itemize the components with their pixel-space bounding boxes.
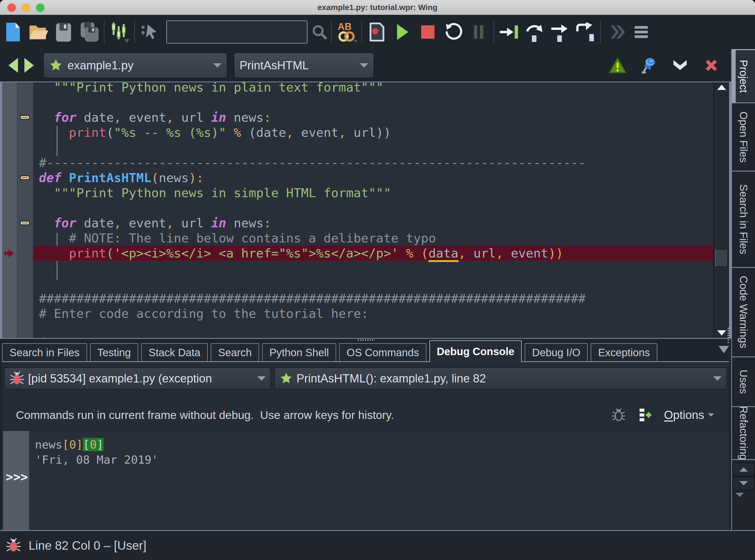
rail-tab-uses[interactable]: Uses — [732, 357, 755, 407]
tab-search-in-files[interactable]: Search in Files — [2, 343, 87, 361]
step-out-icon — [549, 22, 571, 42]
step-into-button[interactable] — [496, 19, 522, 45]
toolbar-search-input[interactable] — [166, 20, 307, 44]
tab-os-commands[interactable]: OS Commands — [339, 343, 426, 361]
code-line[interactable] — [33, 140, 713, 155]
search-button[interactable] — [310, 19, 329, 45]
status-bug-icon[interactable] — [6, 538, 21, 553]
horizontal-splitter[interactable] — [0, 339, 731, 341]
code-warning-button[interactable] — [608, 56, 627, 75]
editor-vertical-scrollbar[interactable] — [713, 82, 729, 338]
navigate-back-button[interactable] — [5, 54, 21, 77]
tab-stack-data[interactable]: Stack Data — [141, 343, 208, 361]
rail-tab-open-files[interactable]: Open Files — [732, 103, 755, 172]
tab-python-shell[interactable]: Python Shell — [262, 343, 336, 361]
tab-debug-i-o[interactable]: Debug I/O — [525, 343, 588, 361]
code-line[interactable]: """Print Python news in simple HTML form… — [33, 185, 713, 200]
rail-tab-refactoring[interactable]: Refactoring — [732, 407, 755, 460]
code-lines: """Print Python news in plain text forma… — [33, 82, 713, 338]
debug-toggle-icon[interactable] — [612, 408, 626, 422]
open-file-button[interactable] — [25, 19, 51, 45]
code-line[interactable]: """Print Python news in plain text forma… — [33, 82, 713, 95]
code-line[interactable]: # Enter code according to the tutorial h… — [33, 306, 713, 321]
debug-console-output[interactable]: >>> news[0][0]'Fri, 08 Mar 2019' — [2, 430, 729, 530]
rail-tab-search-in-files[interactable]: Search in Files — [732, 172, 755, 268]
rail-tab-code-warnings[interactable]: Code Warnings — [732, 268, 755, 357]
scrollbar-thumb[interactable] — [715, 249, 728, 267]
debug-restart-button[interactable] — [440, 19, 466, 45]
rail-overflow-button[interactable] — [730, 493, 749, 497]
fold-margin[interactable] — [17, 82, 33, 338]
forward-icon — [23, 57, 35, 74]
fold-collapse-icon[interactable] — [20, 221, 30, 225]
compare-files-button[interactable] — [107, 19, 132, 45]
code-line[interactable] — [33, 261, 713, 276]
new-file-button[interactable] — [0, 19, 25, 45]
toolbar-separator — [494, 21, 494, 43]
rail-scroll-down-button[interactable] — [733, 476, 755, 490]
bookmark-pin-button[interactable] — [640, 56, 658, 75]
console-message-row: Commands run in current frame without de… — [2, 402, 729, 428]
options-menu[interactable]: Options — [664, 408, 714, 422]
symbol-selector-dropdown[interactable]: PrintAsHTML — [234, 52, 374, 79]
replace-button[interactable]: AB — [334, 19, 359, 45]
new-file-icon — [4, 22, 21, 42]
debug-process-label: [pid 53534] example1.py (exception — [28, 372, 253, 385]
add-to-history-icon[interactable] — [637, 407, 652, 422]
code-line[interactable]: for date, event, url in news: — [33, 216, 713, 231]
code-line[interactable]: ########################################… — [33, 291, 713, 306]
right-tool-rail: ProjectOpen FilesSearch in FilesCode War… — [731, 49, 755, 530]
chevron-down-icon — [713, 376, 722, 381]
tab-search[interactable]: Search — [211, 343, 259, 361]
back-icon — [7, 57, 19, 74]
pointer-select-button[interactable] — [137, 19, 162, 45]
more-tools-button[interactable] — [603, 19, 629, 45]
triangle-down-icon — [739, 481, 748, 485]
rail-scroll-up-button[interactable] — [733, 463, 755, 476]
debug-process-dropdown[interactable]: [pid 53534] example1.py (exception — [4, 367, 271, 389]
debug-run-button[interactable] — [390, 19, 415, 45]
window-title: example1.py: tutorial.wpr: Wing — [0, 0, 755, 15]
code-line[interactable]: if __name__ == '__main__': — [33, 336, 713, 338]
code-line[interactable] — [33, 200, 713, 216]
more-chevrons-icon — [607, 24, 625, 40]
close-editor-button[interactable] — [702, 56, 720, 75]
toolbar-separator — [104, 21, 104, 43]
run-to-cursor-button[interactable] — [573, 19, 598, 45]
collapse-panel-button[interactable] — [671, 56, 689, 75]
code-area[interactable]: """Print Python news in plain text forma… — [33, 82, 713, 338]
step-out-button[interactable] — [547, 19, 573, 45]
tab-overflow-button[interactable] — [718, 346, 729, 354]
code-line[interactable]: # NOTE: The line below contains a delibe… — [33, 231, 713, 246]
tab-exceptions[interactable]: Exceptions — [591, 343, 657, 361]
breakpoint-margin[interactable] — [2, 82, 17, 338]
save-icon — [55, 22, 72, 42]
code-line[interactable] — [33, 321, 713, 336]
debug-pause-button[interactable] — [466, 19, 491, 45]
tool-tab-bar: Search in FilesTestingStack DataSearchPy… — [2, 341, 729, 362]
restart-icon — [444, 22, 462, 42]
code-line[interactable]: print('<p><i>%s</i> <a href="%s">%s</a><… — [33, 246, 713, 261]
fold-collapse-icon[interactable] — [20, 115, 30, 120]
toolbar-menu-button[interactable] — [629, 19, 654, 45]
tab-testing[interactable]: Testing — [90, 343, 138, 361]
scroll-up-arrow[interactable] — [714, 82, 729, 92]
tab-debug-console[interactable]: Debug Console — [430, 340, 522, 362]
save-all-button[interactable] — [76, 19, 102, 45]
code-line[interactable]: for date, event, url in news: — [33, 110, 713, 125]
code-line[interactable] — [33, 95, 713, 110]
code-line[interactable]: #---------------------------------------… — [33, 155, 713, 170]
scroll-down-arrow[interactable] — [714, 328, 729, 338]
code-line[interactable]: print("%s -- %s (%s)" % (date, event, ur… — [33, 125, 713, 140]
step-over-button[interactable] — [522, 19, 547, 45]
rail-tab-project[interactable]: Project — [732, 49, 755, 103]
navigate-forward-button[interactable] — [21, 54, 37, 77]
fold-collapse-icon[interactable] — [20, 176, 30, 180]
code-line[interactable]: def PrintAsHTML(news): — [33, 170, 713, 185]
save-button[interactable] — [51, 19, 76, 45]
debug-stop-button[interactable] — [415, 19, 440, 45]
file-selector-dropdown[interactable]: example1.py — [43, 52, 228, 79]
toggle-breakpoint-button[interactable] — [364, 19, 390, 45]
code-line[interactable] — [33, 276, 713, 291]
stack-frame-dropdown[interactable]: PrintAsHTML(): example1.py, line 82 — [274, 367, 727, 389]
